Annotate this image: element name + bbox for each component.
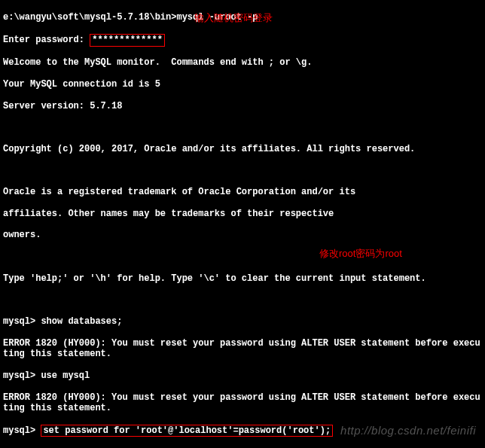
- text-line: [3, 165, 482, 175]
- password-prompt: Enter password:: [3, 35, 90, 45]
- text-line: [3, 122, 482, 133]
- text-line: [3, 294, 482, 305]
- annotation-changepw: 修改root密码为root: [319, 248, 402, 260]
- password-line: Enter password: *************: [3, 34, 482, 46]
- password-box: *************: [90, 34, 165, 46]
- sql-line: mysql> use mysql: [3, 370, 482, 381]
- text-line: Your MySQL connection id is 5: [3, 79, 482, 90]
- text-line: Type 'help;' or '\h' for help. Type '\c'…: [3, 273, 482, 284]
- terminal-output[interactable]: e:\wangyu\soft\mysql-5.7.18\bin>mysql -u…: [0, 0, 485, 448]
- text-line: [3, 251, 482, 262]
- text-line: Welcome to the MySQL monitor. Commands e…: [3, 57, 482, 68]
- text-line: Oracle is a registered trademark of Orac…: [3, 187, 482, 197]
- watermark: http://blog.csdn.net/feinifi: [340, 424, 476, 437]
- text-line: Server version: 5.7.18: [3, 101, 482, 111]
- text-line: affiliates. Other names may be trademark…: [3, 209, 482, 219]
- error-line: ERROR 1820 (HY000): You must reset your …: [3, 338, 482, 360]
- text-line: Copyright (c) 2000, 2017, Oracle and/or …: [3, 144, 482, 154]
- text-line: owners.: [3, 230, 482, 240]
- annotation-login: 输入随机密码登录: [194, 12, 273, 24]
- sql-line: mysql> show databases;: [3, 316, 482, 327]
- setpw-box: set password for 'root'@'localhost'=pass…: [41, 425, 333, 437]
- error-line: ERROR 1820 (HY000): You must reset your …: [3, 392, 482, 414]
- prompt: mysql>: [3, 425, 41, 436]
